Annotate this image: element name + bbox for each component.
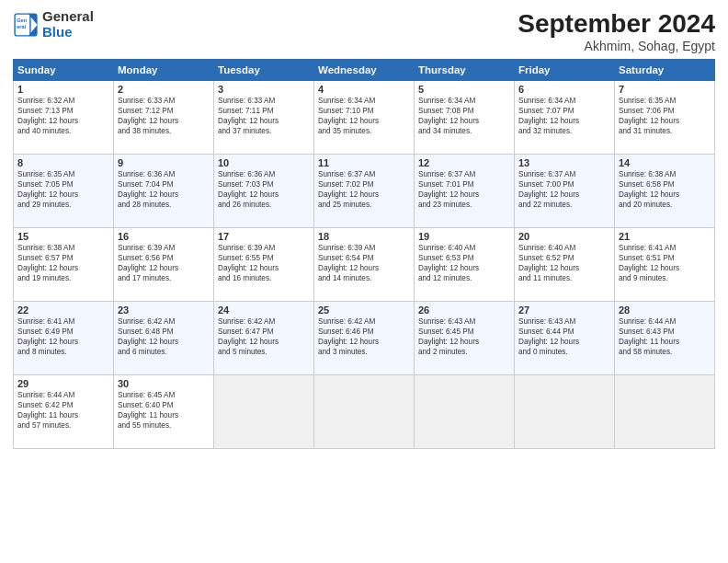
day-cell: 23Sunrise: 6:42 AMSunset: 6:48 PMDayligh… (114, 302, 214, 375)
week-row-1: 1Sunrise: 6:32 AMSunset: 7:13 PMDaylight… (14, 81, 715, 155)
day-detail: Sunrise: 6:35 AMSunset: 7:06 PMDaylight:… (619, 96, 711, 136)
day-detail: Sunrise: 6:37 AMSunset: 7:02 PMDaylight:… (318, 169, 410, 210)
day-number: 5 (418, 84, 510, 95)
day-cell (615, 375, 715, 449)
header: Gen eral General Blue September 2024 Akh… (13, 9, 715, 53)
day-number: 3 (218, 84, 310, 95)
title-block: September 2024 Akhmim, Sohag, Egypt (518, 9, 715, 53)
day-detail: Sunrise: 6:33 AMSunset: 7:11 PMDaylight:… (218, 96, 310, 136)
day-detail: Sunrise: 6:41 AMSunset: 6:51 PMDaylight:… (619, 243, 711, 283)
day-detail: Sunrise: 6:34 AMSunset: 7:08 PMDaylight:… (418, 96, 510, 136)
day-detail: Sunrise: 6:37 AMSunset: 7:00 PMDaylight:… (518, 169, 610, 210)
day-number: 14 (619, 157, 711, 168)
day-detail: Sunrise: 6:39 AMSunset: 6:54 PMDaylight:… (318, 243, 410, 283)
day-detail: Sunrise: 6:38 AMSunset: 6:58 PMDaylight:… (619, 169, 711, 210)
day-detail: Sunrise: 6:36 AMSunset: 7:04 PMDaylight:… (118, 169, 210, 210)
col-header-thursday: Thursday (415, 60, 515, 81)
day-detail: Sunrise: 6:35 AMSunset: 7:05 PMDaylight:… (17, 169, 109, 210)
day-detail: Sunrise: 6:44 AMSunset: 6:43 PMDaylight:… (619, 316, 711, 357)
day-number: 10 (218, 157, 310, 168)
day-number: 20 (518, 231, 610, 242)
day-cell: 6Sunrise: 6:34 AMSunset: 7:07 PMDaylight… (515, 81, 615, 155)
day-detail: Sunrise: 6:32 AMSunset: 7:13 PMDaylight:… (17, 96, 109, 136)
day-cell: 19Sunrise: 6:40 AMSunset: 6:53 PMDayligh… (415, 228, 515, 302)
day-cell (314, 375, 415, 449)
day-detail: Sunrise: 6:34 AMSunset: 7:07 PMDaylight:… (518, 96, 610, 136)
day-number: 24 (218, 304, 310, 316)
day-number: 29 (17, 378, 109, 389)
day-cell: 14Sunrise: 6:38 AMSunset: 6:58 PMDayligh… (615, 155, 715, 228)
day-detail: Sunrise: 6:42 AMSunset: 6:48 PMDaylight:… (118, 316, 210, 357)
day-number: 16 (118, 231, 210, 242)
logo: Gen eral General Blue (13, 9, 94, 40)
day-cell: 30Sunrise: 6:45 AMSunset: 6:40 PMDayligh… (114, 375, 214, 449)
day-number: 11 (318, 157, 410, 168)
day-detail: Sunrise: 6:43 AMSunset: 6:44 PMDaylight:… (518, 316, 610, 357)
day-number: 12 (418, 157, 510, 168)
day-cell (415, 375, 515, 449)
week-row-3: 15Sunrise: 6:38 AMSunset: 6:57 PMDayligh… (14, 228, 715, 302)
day-cell: 22Sunrise: 6:41 AMSunset: 6:49 PMDayligh… (14, 302, 114, 375)
day-number: 13 (518, 157, 610, 168)
day-cell: 1Sunrise: 6:32 AMSunset: 7:13 PMDaylight… (14, 81, 114, 155)
location-title: Akhmim, Sohag, Egypt (518, 39, 715, 53)
week-row-5: 29Sunrise: 6:44 AMSunset: 6:42 PMDayligh… (14, 375, 715, 449)
day-cell: 5Sunrise: 6:34 AMSunset: 7:08 PMDaylight… (415, 81, 515, 155)
main-container: Gen eral General Blue September 2024 Akh… (0, 0, 728, 456)
day-number: 30 (118, 378, 210, 389)
day-detail: Sunrise: 6:38 AMSunset: 6:57 PMDaylight:… (17, 243, 109, 283)
logo-icon: Gen eral (13, 12, 39, 38)
day-detail: Sunrise: 6:40 AMSunset: 6:52 PMDaylight:… (518, 243, 610, 283)
day-cell: 10Sunrise: 6:36 AMSunset: 7:03 PMDayligh… (214, 155, 314, 228)
header-row: SundayMondayTuesdayWednesdayThursdayFrid… (14, 60, 715, 81)
day-detail: Sunrise: 6:37 AMSunset: 7:01 PMDaylight:… (418, 169, 510, 210)
day-cell: 26Sunrise: 6:43 AMSunset: 6:45 PMDayligh… (415, 302, 515, 375)
week-row-4: 22Sunrise: 6:41 AMSunset: 6:49 PMDayligh… (14, 302, 715, 375)
day-number: 21 (619, 231, 711, 242)
day-detail: Sunrise: 6:44 AMSunset: 6:42 PMDaylight:… (17, 390, 109, 431)
day-number: 7 (619, 84, 711, 95)
day-cell: 11Sunrise: 6:37 AMSunset: 7:02 PMDayligh… (314, 155, 415, 228)
day-number: 4 (318, 84, 410, 95)
day-cell (214, 375, 314, 449)
day-cell: 2Sunrise: 6:33 AMSunset: 7:12 PMDaylight… (114, 81, 214, 155)
day-cell: 18Sunrise: 6:39 AMSunset: 6:54 PMDayligh… (314, 228, 415, 302)
day-number: 19 (418, 231, 510, 242)
day-number: 18 (318, 231, 410, 242)
day-cell: 17Sunrise: 6:39 AMSunset: 6:55 PMDayligh… (214, 228, 314, 302)
day-number: 25 (318, 304, 410, 316)
svg-text:Gen: Gen (17, 17, 27, 23)
day-detail: Sunrise: 6:36 AMSunset: 7:03 PMDaylight:… (218, 169, 310, 210)
day-number: 17 (218, 231, 310, 242)
day-detail: Sunrise: 6:41 AMSunset: 6:49 PMDaylight:… (17, 316, 109, 357)
logo-line1: General (42, 9, 94, 25)
day-number: 9 (118, 157, 210, 168)
day-detail: Sunrise: 6:43 AMSunset: 6:45 PMDaylight:… (418, 316, 510, 357)
col-header-tuesday: Tuesday (214, 60, 314, 81)
day-detail: Sunrise: 6:34 AMSunset: 7:10 PMDaylight:… (318, 96, 410, 136)
day-number: 8 (17, 157, 109, 168)
day-cell: 28Sunrise: 6:44 AMSunset: 6:43 PMDayligh… (615, 302, 715, 375)
day-cell: 3Sunrise: 6:33 AMSunset: 7:11 PMDaylight… (214, 81, 314, 155)
day-cell: 8Sunrise: 6:35 AMSunset: 7:05 PMDaylight… (14, 155, 114, 228)
svg-text:eral: eral (17, 24, 26, 29)
col-header-wednesday: Wednesday (314, 60, 415, 81)
day-cell: 7Sunrise: 6:35 AMSunset: 7:06 PMDaylight… (615, 81, 715, 155)
day-cell (515, 375, 615, 449)
day-number: 23 (118, 304, 210, 316)
day-cell: 12Sunrise: 6:37 AMSunset: 7:01 PMDayligh… (415, 155, 515, 228)
day-number: 1 (17, 84, 109, 95)
day-detail: Sunrise: 6:40 AMSunset: 6:53 PMDaylight:… (418, 243, 510, 283)
day-cell: 4Sunrise: 6:34 AMSunset: 7:10 PMDaylight… (314, 81, 415, 155)
day-number: 2 (118, 84, 210, 95)
col-header-saturday: Saturday (615, 60, 715, 81)
day-cell: 16Sunrise: 6:39 AMSunset: 6:56 PMDayligh… (114, 228, 214, 302)
col-header-sunday: Sunday (14, 60, 114, 81)
day-number: 15 (17, 231, 109, 242)
day-cell: 9Sunrise: 6:36 AMSunset: 7:04 PMDaylight… (114, 155, 214, 228)
month-title: September 2024 (518, 9, 715, 39)
day-detail: Sunrise: 6:45 AMSunset: 6:40 PMDaylight:… (118, 390, 210, 431)
day-number: 27 (518, 304, 610, 316)
day-number: 22 (17, 304, 109, 316)
day-number: 28 (619, 304, 711, 316)
